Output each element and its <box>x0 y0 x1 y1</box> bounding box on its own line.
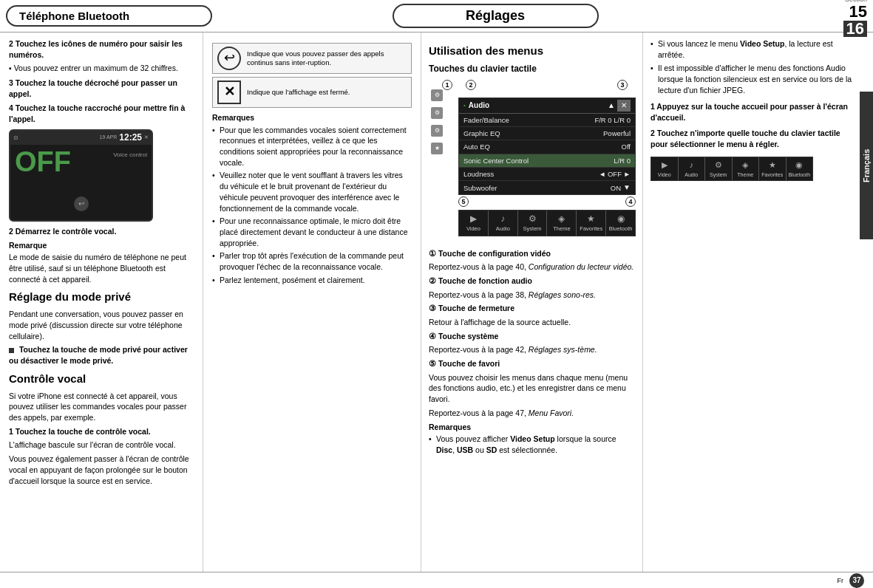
page-number: 37 <box>849 573 864 588</box>
bottom-menu-illustration: ▶ Video ♪ Audio ⚙ System ◈ Theme <box>650 157 857 181</box>
illus-bluetooth: ◉ Bluetooth <box>787 157 813 180</box>
fr-label: Fr <box>838 577 844 584</box>
reglage-text: Pendant une conversation, vous pouvez pa… <box>9 309 194 341</box>
settings-icon-2: ⚙ <box>431 107 443 119</box>
device-screen: ⊙ 19 APR 12:25 ✕ OFF Voice control ↩ <box>9 129 153 222</box>
right-bullet-1: Vous pouvez afficher Video Setup lorsque… <box>429 434 635 455</box>
bottom-menu-bar: ▶ Video ♪ Audio ⚙ System ◈ Theme <box>458 210 636 236</box>
mid-bullet-3: Pour une reconnaissance optimale, le mic… <box>212 216 412 248</box>
step1-text1: L'affichage bascule sur l'écran de contr… <box>9 440 194 451</box>
touch1-text: Reportez-vous à la page 40, Configuratio… <box>429 261 635 273</box>
voice-icon-2-text: Indique que l'affichage est fermé. <box>247 88 350 97</box>
voice-icon-row-2: ✕ Indique que l'affichage est fermé. <box>212 77 412 108</box>
menu-bar-system[interactable]: ⚙ System <box>518 211 548 235</box>
illus-audio: ♪ Audio <box>679 157 706 180</box>
num-label-5: 5 <box>458 196 469 207</box>
menu-bar-video[interactable]: ▶ Video <box>459 211 489 235</box>
menu-row-sonic: Sonic Center Control L/R 0 <box>459 154 635 168</box>
reglage-heading: Réglage du mode privé <box>9 289 194 304</box>
settings-icon-3: ⚙ <box>431 125 443 137</box>
utilisation-heading: Utilisation des menus <box>429 43 635 58</box>
menu-close-btn[interactable]: ✕ <box>617 100 631 112</box>
mid-remarques-label: Remarques <box>212 112 412 123</box>
illus-system: ⚙ System <box>705 157 733 180</box>
menu-bar-theme[interactable]: ◈ Theme <box>547 211 577 235</box>
menu-bar-favorites[interactable]: ★ Favorites <box>577 211 606 235</box>
settings-icon-4: ★ <box>431 143 443 154</box>
bottom-num-labels: 5 4 <box>458 196 636 207</box>
right-section: Utilisation des menus Touches du clavier… <box>421 33 873 572</box>
controle-heading: Contrôle vocal <box>9 371 194 386</box>
device-status-bar: ⊙ 19 APR 12:25 ✕ <box>10 131 152 145</box>
step1-controle: 1 Touchez la touche de contrôle vocal. <box>9 427 151 436</box>
menu-row-fader: Fader/Balance F/R 0 L/R 0 <box>459 114 635 127</box>
touch2-heading: ② Touche de fonction audio <box>429 276 532 285</box>
touch2-text: Reportez-vous à la page 38, Réglages son… <box>429 290 635 301</box>
menu-arrow-up: ▲ <box>608 100 615 111</box>
menu-bar-bluetooth[interactable]: ◉ Bluetooth <box>606 211 635 235</box>
device-button: ↩ <box>74 196 89 211</box>
touch5-heading: ⑤ Touche de favori <box>429 359 500 368</box>
voice-active-icon: ↩ <box>217 47 241 70</box>
square-bullet-icon <box>9 348 14 353</box>
section-15: 15 <box>849 4 867 20</box>
left-title-text: Téléphone Bluetooth <box>19 10 129 22</box>
main-content: Français 2 Touchez les icônes de numéro … <box>0 33 873 572</box>
settings-icons: ⚙ ⚙ ⚙ ★ <box>431 89 443 154</box>
col2-step2: 2 Touchez n'importe quelle touche du cla… <box>650 129 840 148</box>
menu-row-loudness: Loudness ◄ OFF ► <box>459 168 635 181</box>
num-label-1: 1 <box>442 80 452 90</box>
touches-heading: Touches du clavier tactile <box>429 63 635 75</box>
voice-icon-1-text: Indique que vous pouvez passer des appel… <box>247 49 407 68</box>
right-col2-bullet-1: Si vous lancez le menu Video Setup, la l… <box>650 38 857 60</box>
right-col2-bullet-2: Il est impossible d'afficher le menu des… <box>650 63 857 95</box>
num-label-2: 2 <box>466 80 476 90</box>
right-bullet-list: Vous pouvez afficher Video Setup lorsque… <box>429 434 635 455</box>
menu-row-eq: Graphic EQ Powerful <box>459 127 635 140</box>
illus-theme: ◈ Theme <box>733 157 760 180</box>
touch5-text2: Reportez-vous à la page 47, Menu Favori. <box>429 408 635 419</box>
mid-bullet-5: Parlez lentement, posément et clairement… <box>212 275 412 286</box>
menu-title: Audio <box>469 100 489 111</box>
remarque-label: Remarque <box>9 240 194 251</box>
touch1-heading: ① Touche de configuration vidéo <box>429 249 551 258</box>
voice-icons-section: ↩ Indique que vous pouvez passer des app… <box>212 43 412 108</box>
step2-sub: ▪ Vous pouvez entrer un maximum de 32 ch… <box>9 63 194 74</box>
step4-heading: 4 Touchez la touche raccroché pour mettr… <box>9 103 185 123</box>
page-footer: Fr 37 <box>0 572 873 588</box>
settings-icon-1: ⚙ <box>431 89 443 101</box>
bullet-mode-prive: Touchez la touche de mode privé pour act… <box>9 344 194 366</box>
menu-bar-audio[interactable]: ♪ Audio <box>489 211 518 235</box>
menu-row-subwoofer: Subwoofer ON ▼ <box>459 181 635 194</box>
touch3-text: Retour à l'affichage de la source actuel… <box>429 317 635 328</box>
touch3-heading: ③ Touche de fermeture <box>429 304 514 312</box>
right-remarques-label: Remarques <box>429 422 635 433</box>
mid-bullet-list: Pour que les commandes vocales soient co… <box>212 125 412 286</box>
page-header: Téléphone Bluetooth Réglages Section 15 … <box>0 0 873 33</box>
remarque-text: Le mode de saisie du numéro de téléphone… <box>9 252 194 284</box>
mid-bullet-2: Veuillez noter que le vent soufflant à t… <box>212 170 412 213</box>
menu-diagram: 1 2 3 ⚙ ⚙ ⚙ ★ • Audio <box>429 78 635 244</box>
num-label-3: 3 <box>617 80 628 90</box>
voice-icon-row-1: ↩ Indique que vous pouvez passer des app… <box>212 43 412 74</box>
mid-bullet-4: Parler trop tôt après l'exécution de la … <box>212 250 412 272</box>
num-label-4: 4 <box>625 196 636 207</box>
mid-column: ↩ Indique que vous pouvez passer des app… <box>203 33 421 572</box>
step1-text2: Vous pouvez également passer à l'écran d… <box>9 454 194 486</box>
left-column: 2 Touchez les icônes de numéro pour sais… <box>0 33 203 572</box>
step2-heading: 2 Touchez les icônes de numéro pour sais… <box>9 39 183 59</box>
mid-bullet-1: Pour que les commandes vocales soient co… <box>212 125 412 168</box>
voice-control-label: Voice control <box>71 151 147 159</box>
touch4-heading: ④ Touche système <box>429 332 498 341</box>
menu-header: • Audio ▲ ✕ <box>459 98 635 114</box>
touch5-text1: Vous pouvez choisir les menus dans chaqu… <box>429 372 635 405</box>
step2-mid-heading: 2 Démarrez le contrôle vocal. <box>9 227 116 236</box>
off-display: OFF <box>15 148 71 176</box>
menu-row-autoeq: Auto EQ Off <box>459 140 635 154</box>
col2-step1: 1 Appuyez sur la touche accueil pour pas… <box>650 102 848 122</box>
center-title-text: Réglages <box>466 8 525 23</box>
audio-menu-box: • Audio ▲ ✕ Fader/Balance F/R 0 L/R 0 <box>458 98 636 195</box>
right-col2-bullets: Si vous lancez le menu Video Setup, la l… <box>650 38 857 95</box>
language-label: Français <box>860 92 873 239</box>
controle-text: Si votre iPhone est connecté à cet appar… <box>9 391 194 423</box>
